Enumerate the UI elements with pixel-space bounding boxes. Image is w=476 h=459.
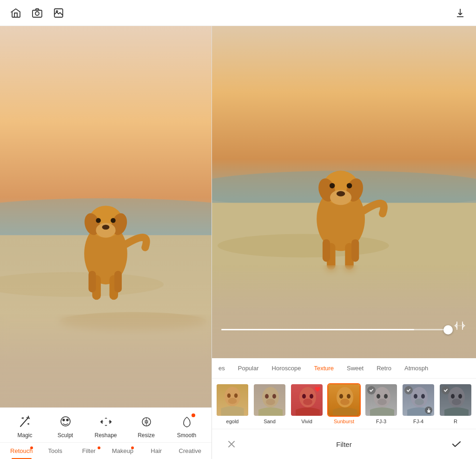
svg-rect-15 bbox=[88, 271, 96, 292]
filter-title: Filter bbox=[336, 440, 351, 448]
filter-regold[interactable]: egold bbox=[216, 383, 249, 424]
slider-track[interactable] bbox=[221, 329, 448, 330]
svg-point-56 bbox=[303, 399, 312, 405]
filter-r[interactable]: R bbox=[439, 383, 472, 424]
smooth-label: Smooth bbox=[177, 432, 196, 439]
download-button[interactable] bbox=[454, 7, 467, 20]
smooth-icon bbox=[178, 413, 195, 430]
tab-tools[interactable]: Tools bbox=[39, 443, 73, 459]
fj3-label: FJ-3 bbox=[376, 419, 386, 424]
svg-point-61 bbox=[340, 399, 350, 405]
slider-area bbox=[221, 329, 448, 330]
sculpt-label: Sculpt bbox=[58, 432, 73, 439]
filter-tab-texture[interactable]: Texture bbox=[307, 363, 340, 374]
filter-dot bbox=[98, 446, 100, 449]
svg-point-75 bbox=[458, 394, 462, 399]
makeup-dot bbox=[131, 446, 134, 449]
reshape-tool[interactable]: Reshape bbox=[90, 413, 122, 439]
tab-filter[interactable]: Filter bbox=[72, 443, 106, 459]
svg-point-59 bbox=[339, 394, 343, 399]
filter-tab-horoscope[interactable]: Horoscope bbox=[265, 363, 308, 374]
resize-tool[interactable]: Resize bbox=[130, 413, 163, 439]
svg-point-46 bbox=[228, 398, 237, 404]
magic-icon bbox=[17, 413, 33, 430]
r-thumb-img bbox=[439, 383, 472, 417]
confirm-button[interactable] bbox=[448, 436, 465, 452]
filter-tab-sweet[interactable]: Sweet bbox=[340, 363, 370, 374]
svg-point-74 bbox=[451, 394, 455, 399]
filter-tab-es[interactable]: es bbox=[212, 363, 231, 374]
top-toolbar bbox=[0, 0, 476, 26]
sunburst-thumb-img bbox=[327, 383, 361, 417]
svg-rect-37 bbox=[351, 239, 359, 262]
r-label: R bbox=[454, 419, 457, 424]
sculpt-icon bbox=[57, 413, 74, 430]
fj4-label: FJ-4 bbox=[413, 419, 423, 424]
fj4-thumb-img bbox=[402, 383, 435, 417]
svg-point-22 bbox=[63, 419, 65, 421]
filter-sunburst[interactable]: Sunburst bbox=[327, 383, 361, 424]
home-button[interactable] bbox=[9, 7, 22, 20]
fj3-thumb-img bbox=[364, 383, 398, 417]
regold-thumb-img bbox=[216, 383, 249, 417]
right-panel: es Popular Horoscope Texture Sweet Retro… bbox=[212, 26, 476, 459]
svg-point-51 bbox=[266, 399, 275, 405]
magic-tool[interactable]: Magic bbox=[9, 413, 41, 439]
filter-tabs: es Popular Horoscope Texture Sweet Retro… bbox=[212, 358, 476, 379]
smooth-tool[interactable]: Smooth bbox=[171, 413, 203, 439]
resize-icon bbox=[138, 413, 155, 430]
svg-point-3 bbox=[56, 11, 58, 12]
reshape-icon bbox=[98, 413, 114, 430]
svg-point-50 bbox=[272, 394, 276, 399]
svg-point-40 bbox=[330, 183, 335, 189]
sculpt-tool[interactable]: Sculpt bbox=[49, 413, 82, 439]
blur-overlay-right bbox=[212, 265, 476, 358]
svg-point-70 bbox=[421, 394, 425, 399]
slider-fill bbox=[221, 329, 414, 330]
cancel-button[interactable] bbox=[223, 436, 240, 452]
r-check bbox=[442, 386, 450, 394]
blur-overlay-left bbox=[0, 315, 212, 407]
left-image-area bbox=[0, 26, 212, 407]
svg-point-76 bbox=[452, 399, 461, 405]
svg-point-64 bbox=[377, 394, 380, 399]
reshape-label: Reshape bbox=[94, 432, 117, 439]
tab-creative[interactable]: Creative bbox=[173, 443, 207, 459]
svg-point-54 bbox=[302, 394, 306, 399]
resize-label: Resize bbox=[138, 432, 155, 439]
left-bottom-toolbar: Magic Sculpt bbox=[0, 407, 212, 459]
filter-tab-retro[interactable]: Retro bbox=[370, 363, 398, 374]
sunburst-label: Sunburst bbox=[334, 419, 354, 424]
svg-point-23 bbox=[66, 419, 68, 421]
sand-label: Sand bbox=[264, 419, 276, 424]
filter-sand[interactable]: Sand bbox=[253, 383, 286, 424]
svg-point-66 bbox=[377, 399, 387, 405]
tab-hair[interactable]: Hair bbox=[139, 443, 173, 459]
svg-point-55 bbox=[310, 394, 313, 399]
svg-point-60 bbox=[347, 394, 350, 399]
nav-tabs: Retouch Tools Filter Makeup Hair bbox=[0, 442, 212, 459]
filter-thumbnails: egold Sand bbox=[212, 379, 476, 429]
svg-point-20 bbox=[111, 218, 116, 223]
camera-button[interactable] bbox=[31, 7, 44, 20]
svg-point-18 bbox=[102, 225, 110, 230]
vivid-heart bbox=[314, 386, 321, 394]
magic-label: Magic bbox=[17, 432, 32, 439]
tab-makeup[interactable]: Makeup bbox=[106, 443, 140, 459]
tab-retouch[interactable]: Retouch bbox=[5, 443, 39, 459]
svg-point-29 bbox=[218, 234, 389, 257]
svg-point-45 bbox=[234, 393, 238, 398]
filter-fj4[interactable]: FJ-4 bbox=[402, 383, 435, 424]
gallery-button[interactable] bbox=[52, 7, 65, 20]
vivid-thumb-img bbox=[290, 383, 324, 417]
vivid-label: Vivid bbox=[301, 419, 312, 424]
retouch-dot bbox=[30, 446, 33, 449]
svg-point-65 bbox=[384, 394, 388, 399]
filter-tab-atmosph[interactable]: Atmosph bbox=[398, 363, 435, 374]
tool-items: Magic Sculpt bbox=[0, 408, 212, 442]
filter-tab-popular[interactable]: Popular bbox=[231, 363, 265, 374]
filter-fj3[interactable]: FJ-3 bbox=[364, 383, 398, 424]
filter-vivid[interactable]: Vivid bbox=[290, 383, 324, 424]
svg-point-19 bbox=[96, 218, 101, 223]
compare-button[interactable] bbox=[450, 316, 469, 335]
